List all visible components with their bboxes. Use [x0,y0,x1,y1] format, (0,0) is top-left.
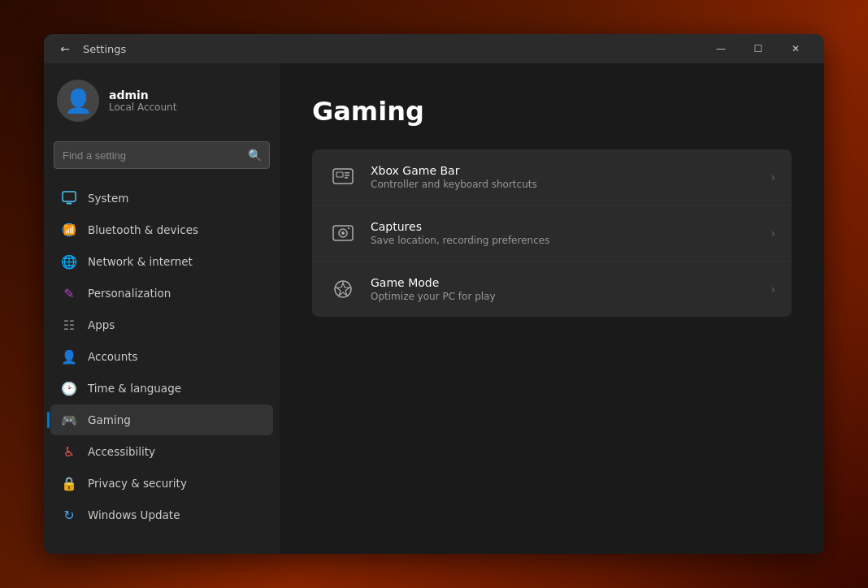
window-title: Settings [83,43,702,55]
gaming-settings-card: Xbox Game Bar Controller and keyboard sh… [312,149,792,317]
xbox-game-bar-subtitle: Controller and keyboard shortcuts [371,179,757,190]
user-name: admin [109,89,176,102]
captures-icon [328,218,358,248]
captures-item[interactable]: Captures Save location, recording prefer… [312,205,792,262]
user-type: Local Account [109,102,176,113]
sidebar-item-label-network: Network & internet [88,255,193,268]
maximize-button[interactable]: ☐ [740,34,777,63]
sidebar-item-label-gaming: Gaming [88,413,131,426]
time-icon: 🕑 [60,379,78,397]
xbox-game-bar-chevron: › [770,171,775,184]
svg-rect-0 [63,192,76,201]
svg-rect-2 [66,201,72,204]
sidebar-item-bluetooth[interactable]: 📶 Bluetooth & devices [50,214,273,245]
sidebar-item-label-update: Windows Update [88,508,180,521]
minimize-button[interactable]: — [702,34,740,63]
gaming-icon: 🎮 [60,411,78,429]
sidebar-item-time[interactable]: 🕑 Time & language [50,373,273,404]
avatar: 👤 [57,80,99,122]
personalization-icon: ✎ [60,284,78,302]
bluetooth-icon: 📶 [60,221,78,239]
sidebar-item-update[interactable]: ↻ Windows Update [50,499,273,530]
privacy-icon: 🔒 [60,474,78,492]
back-button[interactable]: ← [54,37,76,60]
xbox-game-bar-item[interactable]: Xbox Game Bar Controller and keyboard sh… [312,149,792,205]
svg-point-12 [341,231,345,235]
content-area: 👤 admin Local Account 🔍 [44,63,824,554]
user-info: admin Local Account [109,89,176,113]
svg-rect-13 [348,227,349,229]
svg-rect-7 [345,172,349,174]
sidebar-item-label-bluetooth: Bluetooth & devices [88,223,198,236]
accessibility-icon: ♿ [60,443,78,460]
game-mode-chevron: › [770,283,775,296]
settings-window: ← Settings — ☐ ✕ 👤 admin Local Account [44,34,824,554]
titlebar: ← Settings — ☐ ✕ [44,34,824,63]
sidebar-item-accessibility[interactable]: ♿ Accessibility [50,436,273,467]
apps-icon: ☷ [60,316,78,334]
captures-subtitle: Save location, recording preferences [371,235,757,246]
captures-text: Captures Save location, recording prefer… [371,220,757,246]
user-section: 👤 admin Local Account [44,63,280,135]
sidebar-item-accounts[interactable]: 👤 Accounts [50,341,273,372]
sidebar-item-label-apps: Apps [88,318,115,331]
xbox-game-bar-text: Xbox Game Bar Controller and keyboard sh… [371,164,757,190]
svg-rect-8 [345,175,349,176]
game-mode-text: Game Mode Optimize your PC for play [371,276,757,302]
sidebar-item-label-personalization: Personalization [88,287,171,300]
sidebar-item-label-system: System [88,192,128,205]
captures-title: Captures [371,220,757,233]
svg-rect-6 [336,172,343,177]
sidebar-item-label-time: Time & language [88,382,181,395]
sidebar-item-label-privacy: Privacy & security [88,477,187,490]
game-mode-subtitle: Optimize your PC for play [371,291,757,302]
nav-menu: System 📶 Bluetooth & devices 🌐 Network &… [44,182,280,531]
search-box: 🔍 [54,141,270,169]
update-icon: ↻ [60,506,78,524]
sidebar-item-apps[interactable]: ☷ Apps [50,309,273,340]
sidebar-item-system[interactable]: System [50,183,273,214]
svg-rect-9 [345,177,348,179]
sidebar-item-personalization[interactable]: ✎ Personalization [50,278,273,309]
window-controls: — ☐ ✕ [702,34,814,63]
main-content: Gaming Xbox Game Bar Con [280,63,824,554]
sidebar: 👤 admin Local Account 🔍 [44,63,280,554]
page-title: Gaming [312,96,792,127]
svg-text:📶: 📶 [63,223,76,236]
game-mode-item[interactable]: Game Mode Optimize your PC for play › [312,262,792,317]
game-mode-icon [328,275,358,304]
search-input[interactable] [54,141,270,169]
sidebar-item-label-accessibility: Accessibility [88,445,155,458]
xbox-game-bar-icon [328,162,358,192]
user-icon: 👤 [64,88,93,115]
game-mode-title: Game Mode [371,276,757,289]
sidebar-item-gaming[interactable]: 🎮 Gaming [50,404,273,435]
xbox-game-bar-title: Xbox Game Bar [371,164,757,177]
system-icon [60,189,78,207]
close-button[interactable]: ✕ [777,34,814,63]
network-icon: 🌐 [60,253,78,270]
sidebar-item-network[interactable]: 🌐 Network & internet [50,246,273,277]
accounts-icon: 👤 [60,348,78,365]
sidebar-item-label-accounts: Accounts [88,350,138,363]
sidebar-item-privacy[interactable]: 🔒 Privacy & security [50,468,273,499]
captures-chevron: › [770,227,775,240]
